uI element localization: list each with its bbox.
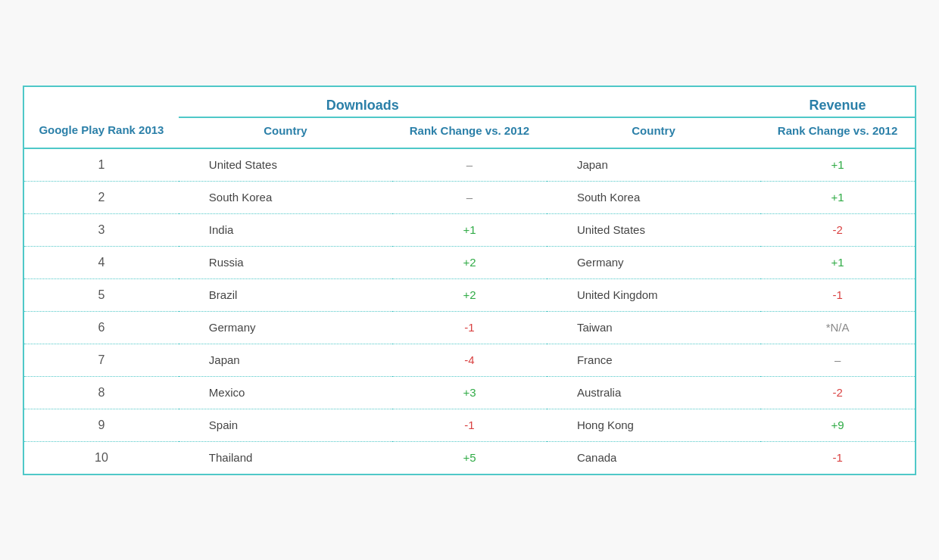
rank-cell: 8 <box>24 376 179 409</box>
rev-country-cell: South Korea <box>547 181 760 213</box>
rank-cell: 9 <box>24 409 179 441</box>
rank-cell: 3 <box>24 213 179 246</box>
dl-change-cell: -4 <box>392 344 547 376</box>
rank-cell: 5 <box>24 278 179 311</box>
rank-cell: 4 <box>24 246 179 278</box>
rev-country-cell: Japan <box>547 148 760 182</box>
rev-change-cell: -1 <box>760 441 915 474</box>
rev-change-cell: +1 <box>760 181 915 213</box>
rev-country-cell: Hong Kong <box>547 409 760 441</box>
rev-country-cell: Australia <box>547 376 760 409</box>
rev-country-cell: France <box>547 344 760 376</box>
revenue-group-header: Revenue <box>760 87 915 117</box>
table-row: 1 United States – Japan +1 <box>24 148 915 182</box>
dl-change-cell: – <box>392 148 547 182</box>
downloads-group-header: Downloads <box>179 87 547 117</box>
rank-subheader: Google Play Rank 2013 <box>24 117 179 148</box>
rev-change-cell: *N/A <box>760 311 915 344</box>
table-row: 8 Mexico +3 Australia -2 <box>24 376 915 409</box>
rev-change-cell: – <box>760 344 915 376</box>
rev-country-subheader: Country <box>547 117 760 148</box>
group-header-row: Downloads Revenue <box>24 87 915 117</box>
dl-country-cell: Germany <box>179 311 392 344</box>
rev-country-cell: United Kingdom <box>547 278 760 311</box>
dl-change-cell: – <box>392 181 547 213</box>
table-row: 4 Russia +2 Germany +1 <box>24 246 915 278</box>
rankings-table: Downloads Revenue Google Play Rank 2013 … <box>24 87 915 474</box>
subheader-row: Google Play Rank 2013 Country Rank Chang… <box>24 117 915 148</box>
dl-country-cell: Russia <box>179 246 392 278</box>
table-row: 5 Brazil +2 United Kingdom -1 <box>24 278 915 311</box>
rank-cell: 6 <box>24 311 179 344</box>
rank-header-spacer <box>24 87 179 117</box>
dl-country-cell: South Korea <box>179 181 392 213</box>
dl-change-cell: +3 <box>392 376 547 409</box>
rev-country-cell: Germany <box>547 246 760 278</box>
rank-cell: 1 <box>24 148 179 182</box>
rev-change-cell: +9 <box>760 409 915 441</box>
rev-change-cell: +1 <box>760 148 915 182</box>
dl-change-cell: +1 <box>392 213 547 246</box>
rev-change-cell: -1 <box>760 278 915 311</box>
dl-country-cell: Mexico <box>179 376 392 409</box>
table-row: 7 Japan -4 France – <box>24 344 915 376</box>
rank-cell: 10 <box>24 441 179 474</box>
dl-change-cell: -1 <box>392 409 547 441</box>
dl-country-cell: Brazil <box>179 278 392 311</box>
rev-change-cell: +1 <box>760 246 915 278</box>
dl-country-cell: India <box>179 213 392 246</box>
dl-country-cell: Spain <box>179 409 392 441</box>
main-table-container: Downloads Revenue Google Play Rank 2013 … <box>23 86 916 475</box>
rank-cell: 7 <box>24 344 179 376</box>
dl-change-cell: +2 <box>392 246 547 278</box>
rev-country-cell: Canada <box>547 441 760 474</box>
rev-change-subheader: Rank Change vs. 2012 <box>760 117 915 148</box>
table-row: 10 Thailand +5 Canada -1 <box>24 441 915 474</box>
rev-change-cell: -2 <box>760 213 915 246</box>
dl-change-cell: +2 <box>392 278 547 311</box>
rev-change-cell: -2 <box>760 376 915 409</box>
table-row: 6 Germany -1 Taiwan *N/A <box>24 311 915 344</box>
rank-cell: 2 <box>24 181 179 213</box>
dl-change-cell: -1 <box>392 311 547 344</box>
dl-country-cell: United States <box>179 148 392 182</box>
dl-change-cell: +5 <box>392 441 547 474</box>
rev-country-cell: Taiwan <box>547 311 760 344</box>
table-body: 1 United States – Japan +1 2 South Korea… <box>24 148 915 474</box>
table-row: 3 India +1 United States -2 <box>24 213 915 246</box>
table-row: 2 South Korea – South Korea +1 <box>24 181 915 213</box>
dl-country-cell: Thailand <box>179 441 392 474</box>
dl-country-cell: Japan <box>179 344 392 376</box>
dl-country-subheader: Country <box>179 117 392 148</box>
revenue-spacer <box>547 87 760 117</box>
table-row: 9 Spain -1 Hong Kong +9 <box>24 409 915 441</box>
dl-change-subheader: Rank Change vs. 2012 <box>392 117 547 148</box>
rev-country-cell: United States <box>547 213 760 246</box>
